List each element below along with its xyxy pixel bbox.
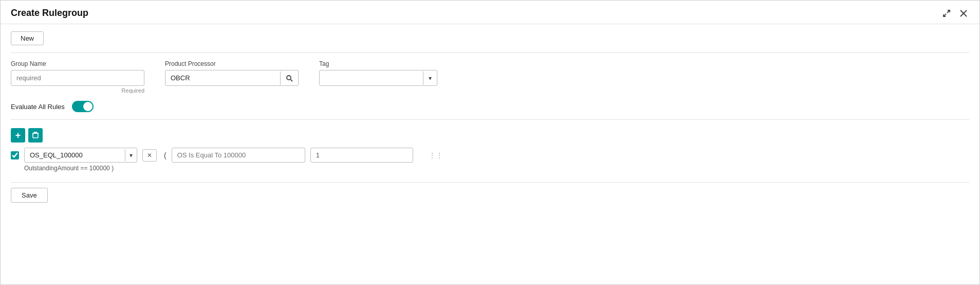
delete-rule-button[interactable] — [28, 128, 43, 142]
rules-actions: + — [11, 128, 969, 142]
rule-select-input[interactable] — [25, 148, 125, 162]
rule-checkbox[interactable] — [11, 151, 19, 159]
rule-row: ▾ ✕ ( ⋮⋮ — [11, 148, 969, 163]
tag-field: Tag ▾ — [319, 60, 437, 86]
group-name-label: Group Name — [11, 60, 144, 67]
tag-dropdown-button[interactable]: ▾ — [423, 72, 437, 85]
group-name-input[interactable] — [11, 70, 144, 86]
new-button[interactable]: New — [11, 31, 44, 45]
create-rulegroup-modal: Create Rulegroup New — [0, 0, 980, 285]
expand-button[interactable] — [940, 8, 953, 19]
rule-description-input[interactable] — [172, 148, 305, 163]
save-button[interactable]: Save — [11, 188, 48, 203]
evaluate-row: Evaluate All Rules — [11, 101, 969, 120]
close-button[interactable] — [958, 9, 969, 18]
evaluate-label: Evaluate All Rules — [11, 103, 65, 111]
rule-description-text: OutstandingAmount == 100000 ) — [24, 165, 969, 172]
footer-row: Save — [11, 182, 969, 203]
rule-clear-button[interactable]: ✕ — [142, 149, 157, 162]
modal-header: Create Rulegroup — [1, 1, 979, 24]
toolbar-row: New — [11, 31, 969, 45]
trash-icon — [32, 131, 39, 140]
rule-select-dropdown-button[interactable]: ▾ — [125, 149, 137, 162]
svg-rect-6 — [33, 133, 38, 138]
form-row: Group Name Required Product Processor — [11, 60, 969, 94]
rule-item: ▾ ✕ ( ⋮⋮ OutstandingAmount == 100000 ) — [11, 148, 969, 172]
header-actions — [940, 8, 969, 19]
tag-wrapper: ▾ — [319, 70, 437, 86]
product-processor-input[interactable] — [165, 70, 280, 85]
rule-number-input[interactable] — [310, 148, 413, 163]
toggle-slider — [72, 101, 94, 112]
evaluate-toggle[interactable] — [72, 101, 94, 112]
svg-line-5 — [291, 79, 293, 81]
group-name-required: Required — [11, 87, 144, 94]
product-processor-search-button[interactable] — [280, 72, 298, 85]
rules-section: + — [11, 128, 969, 172]
add-rule-button[interactable]: + — [11, 128, 25, 142]
product-processor-field: Product Processor — [165, 60, 299, 86]
group-name-field: Group Name Required — [11, 60, 144, 94]
svg-point-4 — [287, 76, 291, 80]
plus-icon: + — [15, 130, 21, 141]
product-processor-wrapper — [165, 70, 299, 86]
product-processor-label: Product Processor — [165, 60, 299, 67]
rule-select-wrapper: ▾ — [24, 148, 137, 163]
divider-1 — [11, 52, 969, 53]
drag-handle-icon[interactable]: ⋮⋮ — [429, 151, 443, 159]
rule-bracket: ( — [164, 151, 167, 159]
tag-input[interactable] — [320, 70, 423, 85]
modal-title: Create Rulegroup — [11, 8, 88, 19]
tag-label: Tag — [319, 60, 437, 67]
modal-body: New Group Name Required Product Processo… — [1, 24, 979, 284]
